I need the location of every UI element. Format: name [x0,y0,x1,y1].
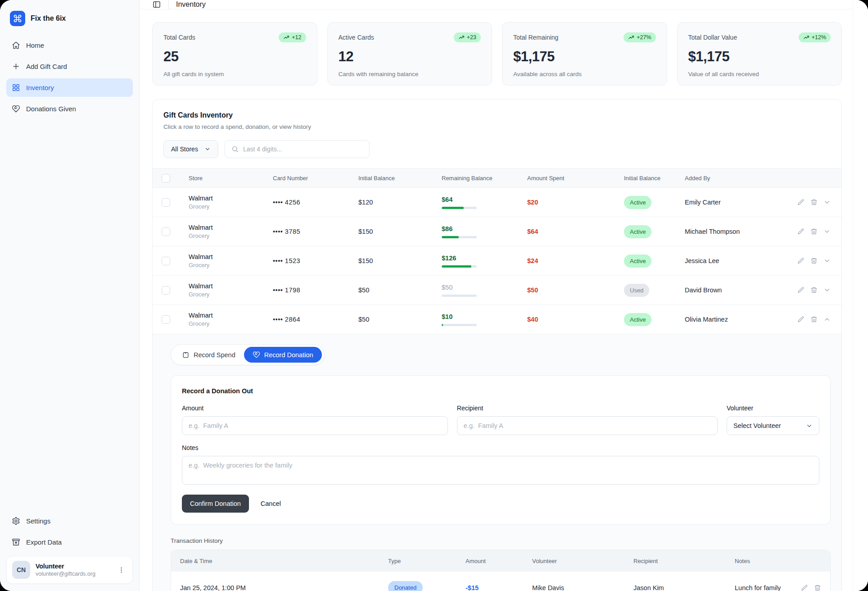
delete-icon[interactable] [810,257,818,264]
user-profile-card[interactable]: CN Volunteer volunteer@giftcards.org [6,556,133,584]
store-filter-select[interactable]: All Stores [163,140,218,158]
cancel-button[interactable]: Cancel [261,500,281,507]
delete-icon[interactable] [810,199,818,206]
status-badge: Active [624,313,651,326]
home-icon [12,41,20,50]
table-row-expanded[interactable]: WalmartGrocery •••• 2864 $50 $10 $40 Act… [153,305,841,334]
row-checkbox[interactable] [162,286,170,295]
recipient-label: Recipient [457,405,718,412]
initial-balance: $150 [358,257,442,264]
app-window: Fix the 6ix Home Add Gift Card Inventory… [0,0,868,591]
remaining-balance: $86 [442,225,452,232]
sidebar-item-add-gift-card[interactable]: Add Gift Card [6,57,133,76]
trending-up-icon [283,34,289,41]
search-icon [231,145,239,153]
card-number: •••• 1523 [273,257,358,264]
volunteer-select[interactable]: Select Volunteer [727,416,819,435]
delete-icon[interactable] [810,316,818,323]
select-all-checkbox[interactable] [162,174,170,182]
amount-spent: $64 [527,228,624,235]
sidebar-item-inventory[interactable]: Inventory [6,78,133,97]
edit-icon[interactable] [797,199,805,206]
initial-balance: $120 [358,199,442,206]
remaining-balance: $50 [442,284,452,291]
table-row[interactable]: WalmartGrocery •••• 4256 $120 $64 $20 Ac… [153,188,841,217]
topbar: Inventory [140,0,853,9]
amount-spent: $20 [527,199,624,206]
notes-textarea[interactable] [182,456,819,485]
table-row[interactable]: WalmartGrocery •••• 1523 $150 $126 $24 A… [153,246,841,276]
balance-progress-bar [442,295,477,297]
stat-card-total-remaining: Total Remaining +27% $1,175 Available ac… [502,22,667,86]
sidebar-item-donations-given[interactable]: Donations Given [6,100,133,118]
table-row[interactable]: WalmartGrocery •••• 1798 $50 $50 $50 Use… [153,276,841,305]
trend-badge: +27% [624,32,656,42]
history-volunteer: Mike Davis [532,584,633,591]
sidebar-nav: Home Add Gift Card Inventory Donations G… [6,36,133,118]
command-logo-icon [10,11,25,26]
amount-input[interactable] [182,416,448,435]
added-by: Jessica Lee [685,257,781,264]
tab-record-spend[interactable]: Record Spend [173,347,244,363]
remaining-balance: $10 [442,313,452,320]
confirm-donation-button[interactable]: Confirm Donation [182,495,249,513]
stat-card-active-cards: Active Cards +23 12 Cards with remaining… [327,22,493,86]
expand-chevron-icon[interactable] [823,199,831,206]
filters-row: All Stores [163,140,831,158]
panel-left-icon [152,0,161,9]
stat-card-total-cards: Total Cards +12 25 All gift cards in sys… [152,22,317,86]
initial-balance: $150 [358,228,442,235]
stat-sub: Cards with remaining balance [339,71,481,77]
sidebar-footer-nav: Settings Export Data [6,512,133,551]
inventory-panel: Gift Cards Inventory Click a row to reco… [152,99,842,591]
search-input[interactable] [243,145,363,153]
edit-icon[interactable] [797,257,805,264]
edit-icon[interactable] [797,286,805,294]
chevron-down-icon [806,423,813,429]
delete-icon[interactable] [814,584,821,591]
volunteer-label: Volunteer [727,405,819,412]
expand-chevron-icon[interactable] [823,228,831,235]
shopping-bag-icon [182,351,190,359]
initial-balance: $50 [358,286,442,294]
row-checkbox[interactable] [162,315,170,324]
table-header-row: Store Card Number Initial Balance Remain… [153,168,841,188]
recipient-input[interactable] [457,416,718,435]
delete-icon[interactable] [810,228,818,235]
expand-chevron-icon[interactable] [823,257,831,264]
status-badge: Active [624,255,651,268]
history-amount: -$15 [466,584,532,591]
edit-icon[interactable] [801,584,808,591]
edit-icon[interactable] [797,228,805,235]
expand-chevron-icon[interactable] [823,286,831,294]
card-number: •••• 1798 [273,286,358,294]
sidebar-toggle-button[interactable] [152,0,161,9]
trend-badge: +12% [799,32,831,42]
user-name: Volunteer [36,563,110,570]
history-header-row: Date & Time Type Amount Volunteer Recipi… [171,550,830,572]
stat-value: $1,175 [688,49,831,65]
table-row[interactable]: WalmartGrocery •••• 3785 $150 $86 $64 Ac… [153,217,841,246]
user-menu-button[interactable] [116,564,127,576]
edit-icon[interactable] [797,316,805,323]
row-checkbox[interactable] [162,227,170,236]
tab-record-donation[interactable]: Record Donation [244,347,322,363]
row-checkbox[interactable] [162,257,170,265]
trending-up-icon [803,34,809,41]
remaining-balance: $64 [442,196,452,203]
scrollbar-gutter[interactable] [853,0,868,591]
row-checkbox[interactable] [162,198,170,207]
card-number: •••• 2864 [273,316,358,323]
stat-sub: Available across all cards [513,71,656,77]
stat-sub: All gift cards in system [163,71,306,77]
sidebar-item-settings[interactable]: Settings [6,512,133,530]
collapse-chevron-icon[interactable] [823,316,831,323]
status-badge: Active [624,225,651,238]
sidebar-item-export-data[interactable]: Export Data [6,533,133,551]
app-logo: Fix the 6ix [6,9,133,36]
delete-icon[interactable] [810,286,818,294]
history-recipient: Jason Kim [633,584,735,591]
balance-progress-bar [442,265,477,268]
added-by: Michael Thompson [685,228,781,235]
sidebar-item-home[interactable]: Home [6,36,133,55]
